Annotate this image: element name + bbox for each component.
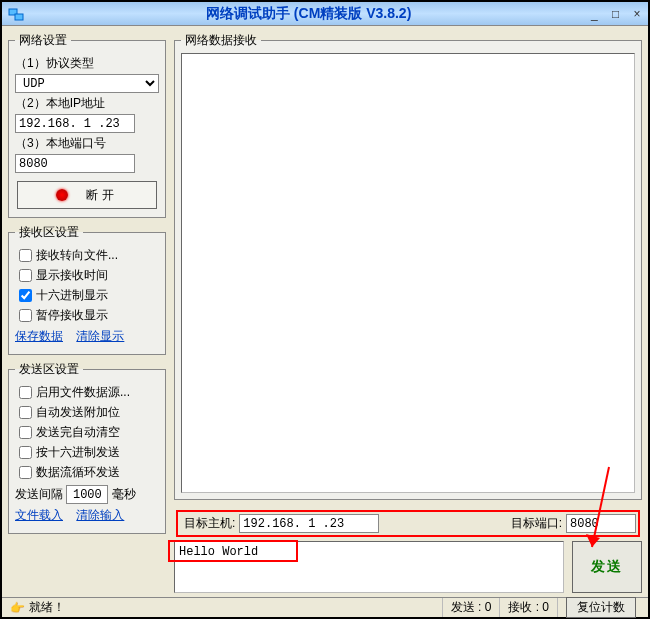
reset-count-button[interactable]: 复位计数	[566, 597, 636, 618]
dest-host-input[interactable]	[239, 514, 379, 533]
local-ip-input[interactable]	[15, 114, 135, 133]
recv-to-file-checkbox[interactable]	[19, 249, 32, 262]
local-ip-label: （2）本地IP地址	[15, 95, 159, 112]
recv-data-legend: 网络数据接收	[181, 32, 261, 49]
ready-label: 就绪！	[29, 599, 65, 616]
app-icon	[6, 4, 26, 24]
network-settings-group: 网络设置 （1）协议类型 UDP （2）本地IP地址 （3）本地端口号 断开	[8, 32, 166, 218]
send-settings-legend: 发送区设置	[15, 361, 83, 378]
recv-settings-legend: 接收区设置	[15, 224, 83, 241]
auto-extra-label: 自动发送附加位	[36, 404, 120, 421]
clear-after-checkbox[interactable]	[19, 426, 32, 439]
send-area: Hello World 发送	[174, 541, 642, 593]
window-buttons: _ □ ×	[587, 7, 648, 21]
show-time-label: 显示接收时间	[36, 267, 108, 284]
dest-host-label: 目标主机:	[184, 515, 235, 532]
annotation-box	[168, 540, 298, 562]
interval-label-post: 毫秒	[112, 487, 136, 501]
recv-settings-group: 接收区设置 接收转向文件... 显示接收时间 十六进制显示 暂停接收显示 保存数…	[8, 224, 166, 355]
status-bar: 👉 就绪！ 发送 : 0 接收 : 0 复位计数	[2, 597, 648, 617]
recv-to-file-label: 接收转向文件...	[36, 247, 118, 264]
send-button[interactable]: 发送	[572, 541, 642, 593]
hex-send-label: 按十六进制发送	[36, 444, 120, 461]
maximize-button[interactable]: □	[609, 7, 623, 21]
protocol-label: （1）协议类型	[15, 55, 159, 72]
disconnect-button[interactable]: 断开	[17, 181, 157, 209]
clear-input-link[interactable]: 清除输入	[76, 508, 124, 522]
dest-row: 目标主机: 目标端口:	[174, 506, 642, 541]
hex-display-checkbox[interactable]	[19, 289, 32, 302]
send-settings-group: 发送区设置 启用文件数据源... 自动发送附加位 发送完自动清空 按十六进制发送…	[8, 361, 166, 534]
show-time-checkbox[interactable]	[19, 269, 32, 282]
load-file-link[interactable]: 文件载入	[15, 508, 63, 522]
interval-input[interactable]	[66, 485, 108, 504]
clear-display-link[interactable]: 清除显示	[76, 329, 124, 343]
file-source-label: 启用文件数据源...	[36, 384, 130, 401]
auto-extra-checkbox[interactable]	[19, 406, 32, 419]
loop-send-checkbox[interactable]	[19, 466, 32, 479]
status-led-icon	[56, 189, 68, 201]
hex-send-checkbox[interactable]	[19, 446, 32, 459]
protocol-select[interactable]: UDP	[15, 74, 159, 93]
window-title: 网络调试助手 (CM精装版 V3.8.2)	[30, 5, 587, 23]
recv-data-group: 网络数据接收	[174, 32, 642, 500]
close-button[interactable]: ×	[630, 7, 644, 21]
title-bar: 网络调试助手 (CM精装版 V3.8.2) _ □ ×	[2, 2, 648, 26]
loop-send-label: 数据流循环发送	[36, 464, 120, 481]
ready-icon: 👉	[10, 601, 25, 615]
disconnect-label: 断开	[86, 187, 118, 204]
network-settings-legend: 网络设置	[15, 32, 71, 49]
recv-textarea[interactable]	[181, 53, 635, 493]
hex-display-label: 十六进制显示	[36, 287, 108, 304]
local-port-label: （3）本地端口号	[15, 135, 159, 152]
recv-count: 接收 : 0	[499, 598, 557, 617]
interval-label-pre: 发送间隔	[15, 487, 63, 501]
app-window: 网络调试助手 (CM精装版 V3.8.2) _ □ × 网络设置 （1）协议类型…	[0, 0, 650, 619]
sent-count: 发送 : 0	[442, 598, 500, 617]
minimize-button[interactable]: _	[587, 7, 601, 21]
save-data-link[interactable]: 保存数据	[15, 329, 63, 343]
file-source-checkbox[interactable]	[19, 386, 32, 399]
pause-recv-checkbox[interactable]	[19, 309, 32, 322]
local-port-input[interactable]	[15, 154, 135, 173]
dest-port-label: 目标端口:	[511, 515, 562, 532]
svg-rect-1	[15, 14, 23, 20]
pause-recv-label: 暂停接收显示	[36, 307, 108, 324]
dest-port-input[interactable]	[566, 514, 636, 533]
clear-after-label: 发送完自动清空	[36, 424, 120, 441]
